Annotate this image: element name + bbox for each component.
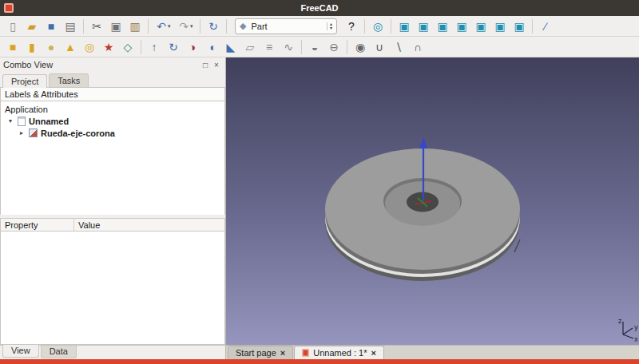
shape-builder-button[interactable]: ◇ xyxy=(118,38,137,56)
tab-view[interactable]: View xyxy=(2,345,39,358)
workbench-selector-value: Part xyxy=(251,22,323,31)
measure-distance-button[interactable]: ∕ xyxy=(536,18,555,35)
mdi-tab-bar: Start page × Unnamed : 1* × xyxy=(226,345,639,359)
paste-button[interactable]: ▥ xyxy=(125,18,145,35)
axis-cross-indicator xyxy=(623,322,633,338)
refresh-button[interactable]: ↻ xyxy=(204,18,223,35)
top-view-button[interactable]: ▣ xyxy=(433,18,452,35)
cross-sections-button[interactable]: ⊖ xyxy=(324,38,343,56)
fit-all-button[interactable]: ◎ xyxy=(368,18,387,35)
part-sphere-button[interactable]: ● xyxy=(42,38,61,56)
boolean-union-button[interactable]: ∪ xyxy=(370,38,389,56)
save-document-button[interactable]: ■ xyxy=(42,18,61,35)
open-document-button[interactable]: ▰ xyxy=(22,18,42,35)
left-view-button[interactable]: ▣ xyxy=(510,18,529,35)
chamfer-button[interactable]: ◣ xyxy=(221,38,240,56)
cut-button[interactable]: ✂ xyxy=(87,18,106,35)
part-cone-button[interactable]: ▲ xyxy=(61,38,80,56)
boolean-operation-button[interactable]: ◉ xyxy=(351,38,370,56)
axis-label-x: x xyxy=(634,336,638,343)
axonometric-view-button[interactable]: ▣ xyxy=(395,18,414,35)
tab-data[interactable]: Data xyxy=(41,346,77,358)
value-column-header[interactable]: Value xyxy=(74,219,224,231)
tab-label: Start page xyxy=(236,348,276,358)
part-torus-button[interactable]: ◎ xyxy=(80,38,99,56)
tab-start-page[interactable]: Start page × xyxy=(228,346,293,359)
whats-this-button[interactable]: ? xyxy=(342,18,361,35)
boolean-cut-button[interactable]: ∖ xyxy=(389,38,408,56)
combo-view-title: Combo View xyxy=(3,60,200,69)
mirror-button[interactable]: ◑ xyxy=(183,38,202,56)
extrude-button[interactable]: ↑ xyxy=(145,38,164,56)
tree-item-application[interactable]: Application xyxy=(1,103,224,115)
toolbar-separator xyxy=(83,19,84,34)
tab-tasks[interactable]: Tasks xyxy=(49,73,89,87)
sweep-button[interactable]: ∿ xyxy=(279,38,298,56)
redo-dropdown-icon[interactable]: ▾ xyxy=(190,23,196,30)
toolbar-separator xyxy=(532,19,533,34)
revolve-button[interactable]: ↻ xyxy=(164,38,183,56)
make-face-button[interactable]: ▱ xyxy=(240,38,260,56)
tab-label: Unnamed : 1* xyxy=(313,348,367,358)
tree-item-rueda-eje-corona[interactable]: ▸ Rueda-eje-corona xyxy=(1,127,224,139)
3d-viewport[interactable]: z y x xyxy=(226,57,639,345)
titlebar: FreeCAD xyxy=(0,0,639,16)
new-document-button[interactable]: ▯ xyxy=(3,18,22,35)
right-view-button[interactable]: ▣ xyxy=(452,18,471,35)
model-tree: Application ▾ Unnamed ▸ Rueda-eje-corona xyxy=(0,101,225,215)
document-area: z y x Start page × Unnamed : 1* × xyxy=(226,57,639,359)
window-edge xyxy=(0,359,639,364)
part-primitives-button[interactable]: ★ xyxy=(99,38,118,56)
document-icon xyxy=(18,117,26,126)
toolbar-separator xyxy=(301,40,302,54)
close-tab-icon[interactable]: × xyxy=(371,348,375,358)
property-column-header[interactable]: Property xyxy=(1,219,74,231)
axis-label-z: z xyxy=(618,318,621,325)
workbench-selector[interactable]: ◆ Part ▴ ▾ xyxy=(235,18,337,34)
combo-view-header[interactable]: Combo View □ × xyxy=(0,57,225,72)
tree-item-label: Application xyxy=(5,105,48,114)
close-panel-icon[interactable]: × xyxy=(211,61,222,69)
tree-item-unnamed[interactable]: ▾ Unnamed xyxy=(1,115,224,127)
part-cylinder-button[interactable]: ▮ xyxy=(22,38,42,56)
combo-view-panel: Combo View □ × Project Tasks Labels & At… xyxy=(0,57,226,359)
tree-item-label: Unnamed xyxy=(29,117,69,126)
copy-button[interactable]: ▣ xyxy=(106,18,125,35)
tree-item-label: Rueda-eje-corona xyxy=(41,129,115,138)
front-view-button[interactable]: ▣ xyxy=(414,18,433,35)
freecad-window: FreeCAD ▯ ▰ ■ ▤ ✂ ▣ ▥ ↶ ▾ ↷ ▾ ↻ ◆ Part ▴… xyxy=(0,0,639,364)
tab-unnamed-document[interactable]: Unnamed : 1* × xyxy=(294,346,384,359)
float-panel-icon[interactable]: □ xyxy=(200,61,211,69)
undo-dropdown-icon[interactable]: ▾ xyxy=(168,23,174,30)
toolbar-separator xyxy=(347,40,347,54)
fillet-button[interactable]: ◖ xyxy=(202,38,221,56)
toolbar-separator xyxy=(391,19,391,34)
collapse-arrow-icon[interactable]: ▾ xyxy=(9,117,18,125)
toolbar-part: ■ ▮ ● ▲ ◎ ★ ◇ ↑ ↻ ◑ ◖ ◣ ▱ ≡ ∿ ◒ ⊖ ◉ ∪ ∖ … xyxy=(0,37,639,57)
tree-column-header: Labels & Attributes xyxy=(0,88,225,101)
ruled-surface-button[interactable]: ≡ xyxy=(260,38,279,56)
toolbar-separator xyxy=(364,19,365,34)
toolbar-separator xyxy=(148,19,149,34)
expand-arrow-icon[interactable]: ▸ xyxy=(20,129,29,136)
part-box-button[interactable]: ■ xyxy=(3,38,22,56)
combobox-arrows-icon[interactable]: ▴ ▾ xyxy=(327,22,335,30)
tab-project[interactable]: Project xyxy=(2,74,47,88)
close-tab-icon[interactable]: × xyxy=(280,348,285,358)
toolbar-standard: ▯ ▰ ■ ▤ ✂ ▣ ▥ ↶ ▾ ↷ ▾ ↻ ◆ Part ▴ ▾ ? ◎ ▣… xyxy=(0,16,639,37)
part-workbench-icon: ◆ xyxy=(240,21,246,31)
rear-view-button[interactable]: ▣ xyxy=(471,18,490,35)
toolbar-separator xyxy=(141,40,141,54)
property-table-body[interactable] xyxy=(0,231,225,345)
axis-label-y: y xyxy=(634,324,638,331)
print-document-button[interactable]: ▤ xyxy=(61,18,80,35)
part-object-icon xyxy=(29,129,38,137)
section-button[interactable]: ◒ xyxy=(305,38,324,56)
property-table-header: Property Value xyxy=(0,218,225,231)
toolbar-separator xyxy=(200,19,200,34)
bottom-view-button[interactable]: ▣ xyxy=(490,18,510,35)
toolbar-separator xyxy=(226,19,227,34)
boolean-intersection-button[interactable]: ∩ xyxy=(408,38,427,56)
freecad-logo-icon xyxy=(4,3,14,13)
combobox-down-icon: ▾ xyxy=(330,26,332,30)
